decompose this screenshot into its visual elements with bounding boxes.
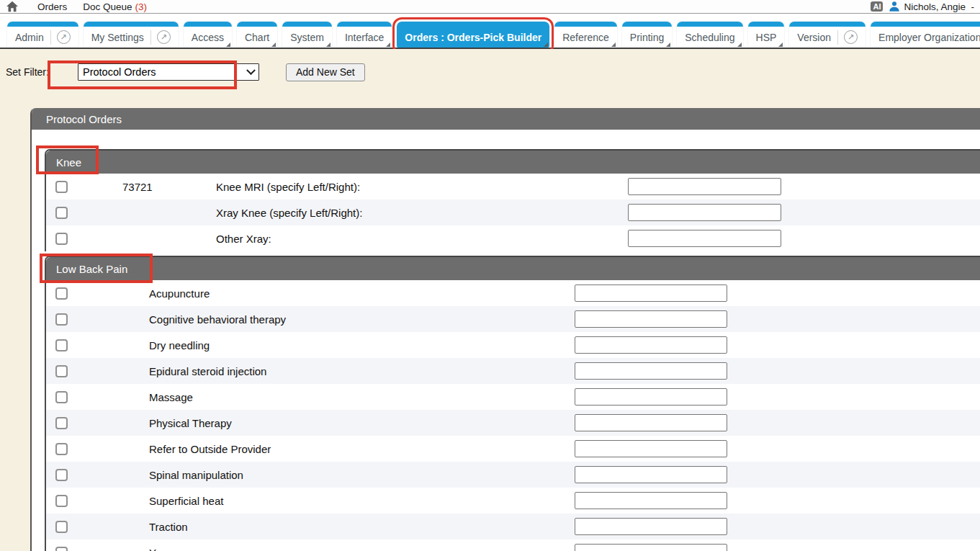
tab-label: Admin <box>15 32 44 43</box>
order-row: Superficial heat <box>46 488 980 514</box>
tab-label: Access <box>192 32 224 43</box>
order-checkbox[interactable] <box>55 365 68 377</box>
tab-chart[interactable]: Chart <box>237 22 277 48</box>
order-label: Knee MRI (specify Left/Right): <box>216 181 628 193</box>
tab-label: Orders : Orders-Pick Builder <box>405 32 541 43</box>
admin-tab-bar: Admin ↗ My Settings ↗ Access Chart Syste… <box>0 14 980 49</box>
order-checkbox[interactable] <box>55 207 68 219</box>
section-low-back-pain: Low Back Pain Acupuncture Cognitive beha… <box>45 256 980 551</box>
panel-body: Knee 73721 Knee MRI (specify Left/Right)… <box>32 130 980 551</box>
order-text-input[interactable] <box>628 204 781 221</box>
tab-label: Employer Organizations <box>878 32 980 43</box>
tab-system[interactable]: System <box>282 22 332 48</box>
dropdown-caret-icon <box>611 42 616 47</box>
dropdown-caret-icon <box>386 42 390 47</box>
tab-label: Scheduling <box>685 32 734 43</box>
order-text-input[interactable] <box>575 310 727 328</box>
order-checkbox[interactable] <box>55 181 68 193</box>
tab-label: My Settings <box>91 32 144 43</box>
order-checkbox[interactable] <box>55 339 68 351</box>
order-row: Other Xray: <box>46 225 980 251</box>
order-row: Traction <box>46 514 980 539</box>
order-checkbox[interactable] <box>55 443 68 455</box>
tab-divider <box>837 30 838 45</box>
tab-admin[interactable]: Admin ↗ <box>7 22 78 48</box>
order-checkbox[interactable] <box>55 495 68 507</box>
order-text-input[interactable] <box>575 466 727 483</box>
tab-my-settings[interactable]: My Settings ↗ <box>84 22 179 48</box>
nav-orders[interactable]: Orders <box>37 1 67 12</box>
topbar: Orders Doc Queue (3) AI Nichols, Angie - <box>0 0 980 14</box>
order-label: Other Xray: <box>216 233 628 245</box>
order-checkbox[interactable] <box>55 233 68 245</box>
order-row: Spinal manipulation <box>46 462 980 488</box>
order-checkbox[interactable] <box>55 521 68 533</box>
popout-icon[interactable]: ↗ <box>57 30 71 44</box>
order-text-input[interactable] <box>575 440 727 457</box>
order-row: Yoga <box>46 539 980 551</box>
order-checkbox[interactable] <box>55 287 68 300</box>
dropdown-caret-icon <box>226 42 230 47</box>
order-label: Yoga <box>149 547 575 551</box>
tab-label: Chart <box>245 32 269 43</box>
tab-label: HSP <box>756 32 777 43</box>
chevron-down-icon <box>246 66 256 75</box>
order-checkbox[interactable] <box>55 391 68 403</box>
dropdown-caret-icon <box>271 42 276 47</box>
tab-label: Reference <box>562 32 609 43</box>
order-label: Refer to Outside Provider <box>149 443 575 455</box>
order-row: Physical Therapy <box>46 410 980 436</box>
order-row: Epidural steroid injection <box>46 358 980 384</box>
tab-printing[interactable]: Printing <box>622 22 672 48</box>
order-text-input[interactable] <box>575 336 727 354</box>
home-icon[interactable] <box>6 1 19 12</box>
popout-icon[interactable]: ↗ <box>157 30 171 44</box>
order-text-input[interactable] <box>628 230 781 247</box>
order-label: Traction <box>149 521 575 533</box>
tab-label: Version <box>797 32 831 43</box>
panel-header: Protocol Orders <box>32 108 980 130</box>
tab-access[interactable]: Access <box>184 22 232 48</box>
order-checkbox[interactable] <box>55 417 68 429</box>
order-checkbox[interactable] <box>55 547 68 551</box>
tab-hsp[interactable]: HSP <box>748 22 785 48</box>
dropdown-caret-icon <box>737 42 742 47</box>
protocol-orders-panel: Protocol Orders Knee 73721 Knee MRI (spe… <box>30 108 980 551</box>
nav-doc-queue[interactable]: Doc Queue <box>83 1 132 12</box>
section-title: Low Back Pain <box>56 263 127 275</box>
order-text-input[interactable] <box>575 414 727 431</box>
section-header: Low Back Pain <box>46 257 980 280</box>
tab-employer-organizations[interactable]: Employer Organizations ↗ <box>871 22 980 48</box>
order-text-input[interactable] <box>575 544 727 551</box>
order-label: Superficial heat <box>149 495 575 507</box>
section-title: Knee <box>56 156 81 169</box>
order-row: Dry needling <box>46 332 980 358</box>
set-filter-select[interactable]: Protocol Orders <box>78 63 259 81</box>
tab-divider <box>50 30 51 45</box>
order-label: Cognitive behavioral therapy <box>149 313 575 326</box>
tab-label: Interface <box>345 32 384 43</box>
tab-scheduling[interactable]: Scheduling <box>677 22 742 48</box>
tab-version[interactable]: Version ↗ <box>789 22 866 48</box>
section-rows: 73721 Knee MRI (specify Left/Right): Xra… <box>46 174 980 251</box>
user-name[interactable]: Nichols, Angie - <box>904 1 974 12</box>
order-label: Massage <box>149 391 575 403</box>
order-checkbox[interactable] <box>55 469 68 481</box>
order-text-input[interactable] <box>575 285 727 302</box>
order-text-input[interactable] <box>628 178 781 195</box>
dropdown-caret-icon <box>544 42 548 47</box>
order-text-input[interactable] <box>575 492 727 509</box>
popout-icon[interactable]: ↗ <box>844 30 858 44</box>
order-text-input[interactable] <box>575 362 727 380</box>
order-row: Massage <box>46 384 980 410</box>
add-new-set-button[interactable]: Add New Set <box>286 63 365 81</box>
section-rows: Acupuncture Cognitive behavioral therapy… <box>46 280 980 551</box>
order-checkbox[interactable] <box>55 313 68 326</box>
order-text-input[interactable] <box>575 518 727 535</box>
section-header: Knee <box>46 151 980 174</box>
tab-orders-pick-builder[interactable]: Orders : Orders-Pick Builder <box>397 22 549 48</box>
order-text-input[interactable] <box>575 388 727 406</box>
set-filter-label: Set Filter: <box>6 66 78 78</box>
tab-reference[interactable]: Reference <box>554 22 617 48</box>
tab-interface[interactable]: Interface <box>337 22 392 48</box>
